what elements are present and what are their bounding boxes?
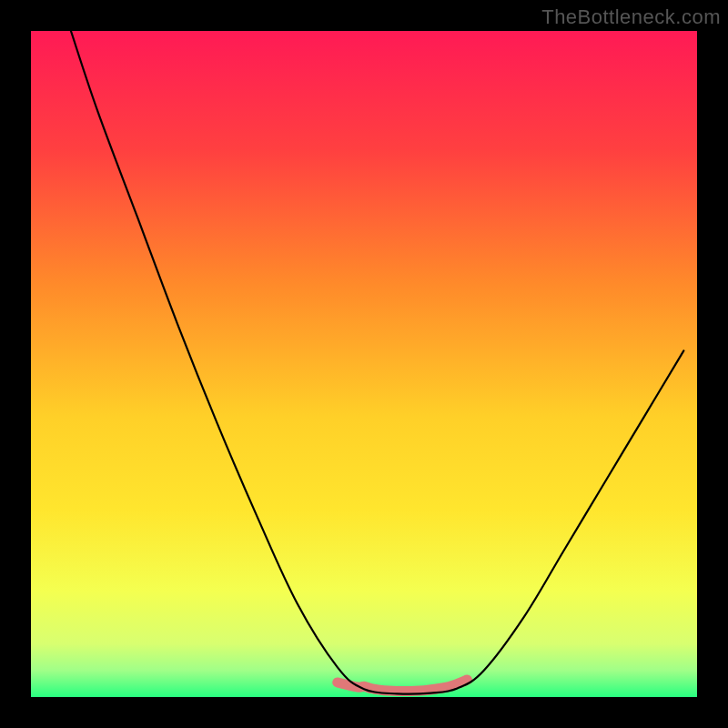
bottleneck-chart (31, 31, 697, 697)
gradient-background (31, 31, 697, 697)
chart-svg (31, 31, 697, 697)
watermark-label: TheBottleneck.com (541, 5, 721, 29)
